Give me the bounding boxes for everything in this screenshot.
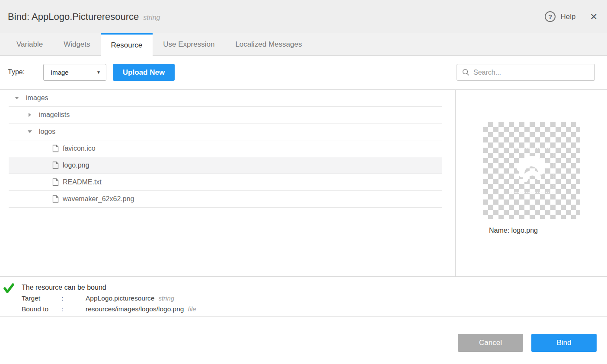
tree-item-label: imagelists [39,111,70,119]
type-label: Type: [8,68,25,76]
tree-item-label: logo.png [63,161,89,169]
status-section: The resource can be bound Target : AppLo… [0,276,607,317]
tab-label: Variable [16,40,43,48]
status-row: Target : AppLogo.picturesourcestring [22,293,196,304]
tab-resource[interactable]: Resource [101,33,153,57]
status-rows: Target : AppLogo.picturesourcestring Bou… [22,293,196,314]
tree-item-label: favicon.ico [63,145,96,152]
dialog-title-type: string [143,14,160,21]
tree-row[interactable]: imagelists [9,107,442,123]
tree-item-label: wavemaker_62x62.png [63,195,134,203]
tree-row[interactable]: favicon.ico [9,140,442,157]
search-icon [462,69,470,76]
tree-item-label: README.txt [63,178,102,186]
tab-widgets[interactable]: Widgets [53,33,100,56]
status-row-label: Bound to [22,304,61,314]
file-icon [52,161,59,169]
tab-variable[interactable]: Variable [6,33,53,56]
type-select[interactable]: Image ▼ [43,64,106,81]
tree-row[interactable]: logo.png [9,157,442,174]
status-row: Bound to : resources/images/logos/logo.p… [22,304,196,314]
file-icon [52,145,59,152]
upload-new-button[interactable]: Upload New [113,64,175,81]
toolbar: Type: Image ▼ Upload New [0,56,607,90]
caret-down-icon[interactable] [27,129,32,134]
caret-down-icon[interactable] [14,95,19,101]
tree-row[interactable]: README.txt [9,174,442,191]
bind-button[interactable]: Bind [531,334,597,352]
tab-use-expression[interactable]: Use Expression [153,33,225,56]
dialog-title-text: Bind: AppLogo.Pictureresource [8,11,139,22]
preview-name: Name: logo.png [489,227,538,234]
status-row-type: file [188,305,196,313]
tab-localized-messages[interactable]: Localized Messages [225,33,312,56]
cancel-button[interactable]: Cancel [458,334,523,352]
dialog-header: Bind: AppLogo.Pictureresourcestring ? He… [0,0,607,33]
image-preview [483,122,580,219]
status-row-type: string [158,294,174,302]
close-icon[interactable]: ✕ [590,12,597,21]
status-row-value: resources/images/logos/logo.png [86,305,184,313]
tree-row[interactable]: wavemaker_62x62.png [9,191,442,208]
type-select-value: Image [51,69,69,76]
status-message: The resource can be bound [22,282,196,293]
search-box[interactable] [457,64,595,81]
search-input[interactable] [473,69,589,76]
tree-item-label: images [26,94,48,102]
tab-label: Use Expression [163,40,214,48]
help-link[interactable]: Help [560,13,575,21]
tree-row[interactable]: images [9,90,442,107]
tab-label: Localized Messages [235,40,302,48]
file-icon [52,195,59,203]
tab-bar: Variable Widgets Resource Use Expression… [0,33,607,56]
status-row-value: AppLogo.picturesource [86,294,154,302]
resource-tree: images imagelists logos favicon.ico logo… [0,90,455,276]
logo-image [515,153,549,187]
tab-label: Resource [111,41,143,49]
help-icon[interactable]: ? [545,11,556,22]
tree-row[interactable]: logos [9,123,442,140]
status-row-colon: : [61,293,86,304]
status-row-value-wrap: AppLogo.picturesourcestring [86,293,196,304]
caret-right-icon[interactable] [27,112,32,117]
file-icon [52,178,59,186]
tab-label: Widgets [64,40,90,48]
check-icon [3,282,15,294]
chevron-down-icon: ▼ [96,70,101,75]
tree-item-label: logos [39,128,55,136]
status-row-value-wrap: resources/images/logos/logo.pngfile [86,304,196,314]
preview-panel: Name: logo.png [456,90,607,276]
status-row-colon: : [61,304,86,314]
status-row-label: Target [22,293,61,304]
dialog-title: Bind: AppLogo.Pictureresourcestring [8,11,160,22]
